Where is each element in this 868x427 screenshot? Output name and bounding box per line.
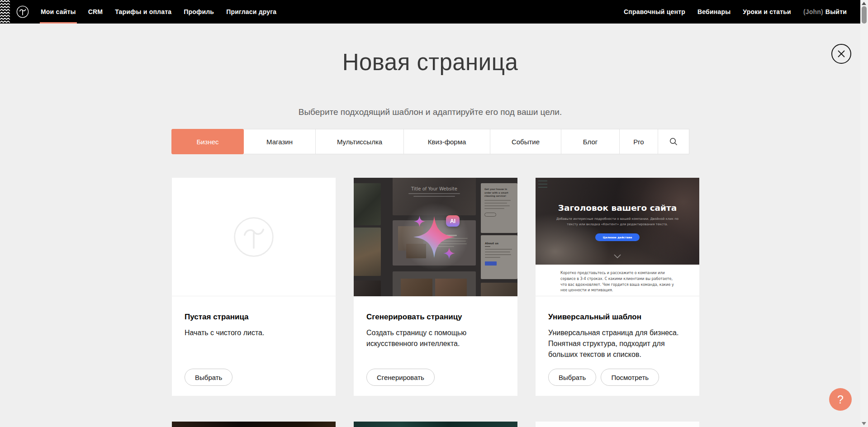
blank-page-preview (172, 178, 336, 296)
logout-label: Выйти (825, 8, 847, 15)
close-icon (837, 49, 846, 58)
card-title: Пустая страница (185, 313, 323, 322)
top-navbar: Мои сайты CRM Тарифы и оплата Профиль Пр… (0, 0, 860, 24)
zigzag-pattern-icon (0, 0, 10, 24)
nav-webinars-label: Вебинары (697, 8, 730, 15)
nav-crm-label: CRM (88, 8, 103, 15)
tab-shop[interactable]: Магазин (243, 129, 316, 154)
nav-webinars[interactable]: Вебинары (697, 0, 730, 24)
active-nav-underline (40, 22, 77, 24)
chevron-down-icon (614, 252, 621, 260)
page-subtitle: Выберите подходящий шаблон и адаптируйте… (0, 107, 860, 117)
placeholder-lines (485, 249, 513, 258)
template-cards-grid: Пустая страница Начать с чистого листа. … (172, 178, 699, 427)
collage-gallery-tile (393, 271, 476, 296)
nav-lessons[interactable]: Уроки и статьи (743, 0, 791, 24)
collage-about-title: About us (485, 242, 513, 245)
tilda-watermark-icon (233, 216, 275, 258)
card-actions: Выбрать Посмотреть (548, 369, 659, 386)
help-button[interactable]: ? (829, 388, 852, 411)
nav-invite-friend-label: Пригласи друга (226, 8, 276, 15)
card-blank-page: Пустая страница Начать с чистого листа. … (172, 178, 336, 396)
nav-my-sites[interactable]: Мои сайты (41, 0, 76, 24)
template-preview-teal (354, 422, 517, 427)
preview-universal-button[interactable]: Посмотреть (601, 369, 659, 386)
tab-multilink[interactable]: Мультиссылка (315, 129, 404, 154)
collage-photo (435, 279, 467, 296)
ai-badge: AI (446, 215, 460, 227)
template-hero-subtitle: Добавьте интересные подробности о вашей … (554, 217, 681, 228)
choose-universal-button[interactable]: Выбрать (548, 369, 596, 386)
template-nav-lines (538, 180, 547, 190)
generate-button[interactable]: Сгенерировать (366, 369, 435, 386)
universal-template-preview: Заголовок вашего сайта Добавьте интересн… (536, 178, 699, 296)
search-icon (669, 138, 678, 146)
small-sparkle-icon (414, 216, 425, 227)
collage-blue-button (485, 261, 497, 266)
card-title: Универсальный шаблон (548, 313, 687, 322)
card-actions: Выбрать (185, 369, 232, 386)
card-description: Начать с чистого листа. (185, 327, 320, 338)
nav-invite-friend[interactable]: Пригласи друга (226, 0, 276, 24)
nav-lessons-label: Уроки и статьи (743, 8, 791, 15)
card-title: Сгенерировать страницу (366, 313, 505, 322)
tab-business[interactable]: Бизнес (171, 129, 244, 154)
nav-tariffs-label: Тарифы и оплата (115, 8, 171, 15)
collage-photo (481, 283, 517, 296)
user-name: (John) (803, 8, 823, 15)
tab-search[interactable] (658, 129, 689, 154)
tilda-logo[interactable] (16, 5, 29, 18)
template-paragraph: Коротко представьтесь и расскажите о ком… (560, 265, 674, 294)
ai-preview-collage: Title of Your Website Get your house (354, 178, 517, 296)
template-cta-button: Целевое действие (595, 233, 640, 241)
template-hero-title: Заголовок вашего сайта (536, 203, 699, 213)
nav-logout[interactable]: (John) Выйти (803, 0, 847, 24)
template-hero: Заголовок вашего сайта Добавьте интересн… (536, 178, 699, 265)
scrollbar-down-arrow-icon[interactable] (862, 422, 866, 425)
zigzag-waves-icon (0, 0, 10, 24)
card-template-row2-2[interactable] (354, 422, 517, 427)
nav-help-center-label: Справочный центр (624, 8, 685, 15)
nav-help-center[interactable]: Справочный центр (624, 0, 685, 24)
card-template-row2-3[interactable] (536, 422, 699, 427)
scrollbar-up-arrow-icon[interactable] (862, 2, 866, 5)
nav-crm[interactable]: CRM (88, 0, 103, 24)
question-icon: ? (837, 393, 844, 406)
nav-my-sites-label: Мои сайты (41, 8, 76, 15)
collage-service-title: Get your house in order with a smart cle… (484, 188, 514, 198)
card-actions: Сгенерировать (366, 369, 435, 386)
collage-photo-interior (354, 228, 381, 276)
tab-quiz-form[interactable]: Квиз-форма (403, 129, 490, 154)
collage-about-tile: About us (481, 235, 517, 279)
placeholder-lines (393, 193, 476, 197)
collage-hero-title: Title of Your Website (393, 186, 476, 191)
template-category-tabs: Бизнес Магазин Мультиссылка Квиз-форма С… (171, 129, 689, 154)
nav-profile[interactable]: Профиль (184, 0, 214, 24)
nav-tariffs[interactable]: Тарифы и оплата (115, 0, 171, 24)
small-sparkle-icon (443, 247, 455, 259)
collage-photo (401, 279, 432, 296)
tab-blog[interactable]: Блог (561, 129, 620, 154)
card-description: Универсальная страница для бизнеса. Поня… (548, 327, 684, 360)
template-preview-dark (172, 422, 336, 427)
nav-profile-label: Профиль (184, 8, 214, 15)
divider (485, 246, 490, 247)
vertical-scrollbar[interactable] (860, 0, 868, 427)
collage-photo-desk (354, 183, 381, 225)
close-button[interactable] (831, 44, 851, 64)
tilda-logo-icon (16, 5, 29, 18)
choose-blank-button[interactable]: Выбрать (185, 369, 232, 386)
tab-event[interactable]: Событие (490, 129, 561, 154)
tab-pro[interactable]: Pro (619, 129, 658, 154)
card-universal-template: Заголовок вашего сайта Добавьте интересн… (536, 178, 699, 396)
secondary-navigation: Справочный центр Вебинары Уроки и статьи… (624, 0, 847, 24)
card-description: Создать страницу с помощью искусственног… (366, 327, 479, 349)
blank-page-body: Пустая страница Начать с чистого листа. … (172, 296, 336, 396)
page-title: Новая страница (0, 49, 860, 76)
template-text-section: Коротко представьтесь и расскажите о ком… (536, 265, 699, 296)
card-template-row2-1[interactable] (172, 422, 336, 427)
ai-card-body: Сгенерировать страницу Создать страницу … (354, 296, 517, 396)
scrollbar-thumb[interactable] (862, 6, 867, 24)
template-preview-light (536, 422, 699, 427)
placeholder-lines (484, 200, 514, 209)
